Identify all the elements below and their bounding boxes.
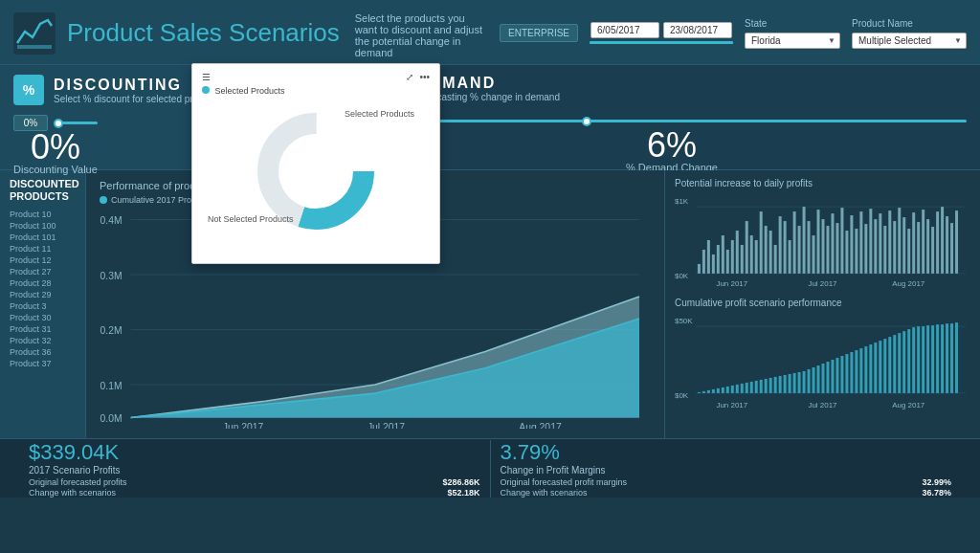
right-charts-panel: Potential increase to daily profits $1K … — [664, 170, 980, 438]
product-select[interactable]: Multiple Selected — [852, 33, 967, 49]
donut-popup-controls: ☰ — [202, 72, 211, 82]
svg-rect-36 — [750, 235, 753, 274]
svg-rect-120 — [855, 350, 858, 393]
cumulative-profit-svg: $50K $0K — [675, 312, 970, 412]
svg-rect-54 — [835, 223, 838, 274]
date-slider-fill — [590, 41, 733, 44]
svg-rect-52 — [826, 226, 829, 274]
svg-rect-87 — [698, 392, 701, 393]
product-item[interactable]: Product 28 — [10, 277, 76, 289]
products-sidebar: DISCOUNTED PRODUCTS Product 10 Product 1… — [0, 170, 86, 438]
discount-slider-track[interactable] — [54, 122, 98, 124]
svg-text:0.2M: 0.2M — [100, 325, 122, 336]
app-logo-icon — [13, 12, 56, 55]
products-sidebar-title: DISCOUNTED PRODUCTS — [10, 178, 76, 203]
svg-rect-131 — [907, 329, 910, 393]
svg-rect-42 — [779, 216, 782, 274]
svg-rect-101 — [765, 379, 768, 393]
svg-rect-118 — [845, 354, 848, 393]
demand-slider-thumb[interactable] — [582, 117, 591, 126]
header: Product Sales Scenarios Select the produ… — [0, 0, 980, 65]
product-item[interactable]: Product 100 — [10, 220, 76, 232]
svg-rect-65 — [888, 210, 891, 274]
svg-rect-28 — [712, 254, 715, 274]
svg-rect-122 — [864, 346, 867, 393]
svg-rect-47 — [803, 207, 806, 274]
svg-rect-111 — [813, 367, 815, 393]
svg-rect-34 — [741, 245, 744, 274]
svg-rect-29 — [717, 245, 720, 274]
svg-rect-119 — [850, 352, 853, 393]
page-title: Product Sales Scenarios — [67, 18, 340, 48]
svg-rect-96 — [741, 384, 744, 393]
svg-rect-112 — [817, 365, 820, 393]
product-item[interactable]: Product 30 — [10, 312, 76, 323]
svg-text:Jul 2017: Jul 2017 — [368, 422, 405, 429]
product-item[interactable]: Product 36 — [10, 346, 76, 358]
state-select[interactable]: Florida — [745, 33, 840, 49]
product-item[interactable]: Product 37 — [10, 358, 76, 369]
svg-rect-69 — [907, 229, 910, 274]
product-item[interactable]: Product 11 — [10, 243, 76, 254]
svg-rect-91 — [717, 388, 720, 393]
svg-rect-103 — [774, 377, 777, 393]
svg-rect-134 — [922, 326, 924, 393]
product-item[interactable]: Product 12 — [10, 254, 76, 266]
product-item[interactable]: Product 101 — [10, 232, 76, 243]
svg-rect-125 — [879, 341, 881, 393]
svg-rect-141 — [955, 322, 958, 393]
svg-rect-98 — [750, 382, 753, 393]
demand-slider-track[interactable] — [417, 120, 967, 122]
svg-rect-73 — [926, 219, 929, 274]
svg-rect-76 — [941, 207, 944, 274]
footer-original-margins-label: Original forecasted profit margins — [501, 477, 628, 487]
svg-rect-117 — [840, 356, 843, 393]
svg-rect-128 — [893, 335, 896, 393]
product-item[interactable]: Product 29 — [10, 289, 76, 300]
svg-text:Jun 2017: Jun 2017 — [223, 422, 264, 429]
svg-rect-44 — [789, 240, 791, 274]
date-end-input[interactable] — [663, 22, 732, 38]
product-item[interactable]: Product 10 — [10, 209, 76, 220]
product-item[interactable]: Product 32 — [10, 335, 76, 346]
svg-rect-140 — [950, 323, 953, 393]
product-filter-group: Product Name Multiple Selected — [852, 18, 967, 49]
footer-scenario-label: 2017 Scenario Profits — [29, 465, 480, 476]
demand-value-display: 6% — [377, 125, 967, 166]
svg-rect-60 — [864, 224, 867, 274]
svg-rect-49 — [813, 235, 815, 274]
svg-rect-114 — [826, 362, 829, 393]
middle-row: % DISCOUNTING Select % discount for sele… — [0, 65, 980, 170]
cumulative-profit-bars — [698, 322, 958, 393]
svg-rect-107 — [793, 373, 796, 393]
svg-rect-64 — [883, 226, 886, 274]
svg-rect-108 — [798, 372, 801, 393]
svg-rect-113 — [822, 364, 825, 393]
footer-original-profits-value: $286.86K — [442, 477, 479, 487]
product-item[interactable]: Product 31 — [10, 323, 76, 335]
svg-rect-59 — [859, 211, 862, 274]
donut-popup-expand-icon[interactable]: ⤢ — [406, 72, 413, 82]
svg-rect-136 — [931, 325, 934, 393]
svg-rect-123 — [869, 344, 872, 393]
date-start-input[interactable] — [590, 22, 659, 38]
footer-original-margins: Original forecasted profit margins 32.99… — [501, 477, 952, 487]
svg-rect-133 — [917, 326, 920, 393]
svg-text:Jul 2017: Jul 2017 — [808, 279, 837, 288]
svg-rect-55 — [840, 208, 843, 274]
svg-rect-30 — [722, 235, 724, 274]
svg-rect-53 — [831, 213, 834, 274]
svg-rect-135 — [926, 325, 929, 393]
svg-rect-104 — [779, 376, 782, 393]
footer-margins-label: Change in Profit Margins — [501, 465, 952, 476]
svg-rect-95 — [736, 385, 739, 393]
product-item[interactable]: Product 27 — [10, 266, 76, 277]
footer-change-margins-label: Change with scenarios — [501, 488, 588, 498]
discount-slider-thumb[interactable] — [54, 119, 63, 128]
product-item[interactable]: Product 3 — [10, 300, 76, 312]
donut-popup-more-icon[interactable]: ••• — [419, 72, 430, 82]
svg-rect-39 — [765, 226, 768, 274]
footer-change-scenarios-value: $52.18K — [447, 488, 479, 498]
donut-popup-menu-icon[interactable]: ☰ — [202, 72, 211, 82]
svg-rect-93 — [726, 387, 729, 393]
